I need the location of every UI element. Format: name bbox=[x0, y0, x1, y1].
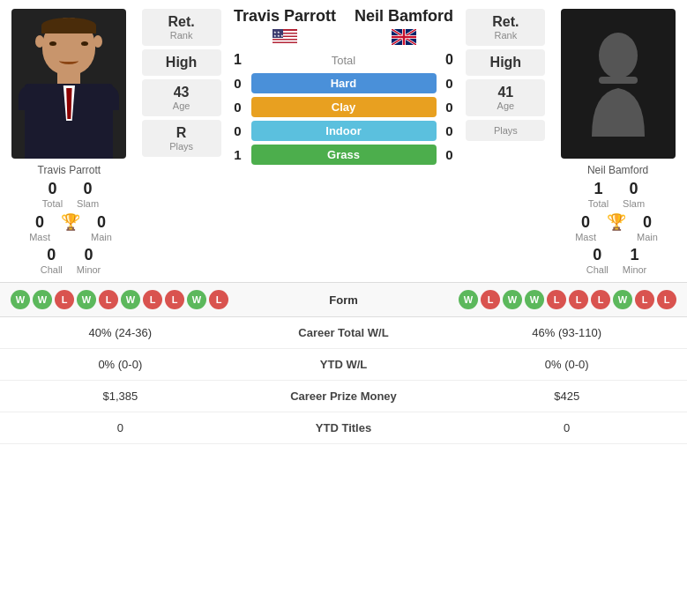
left-chall-val: 0 bbox=[41, 246, 63, 264]
left-name-header: Travis Parrott ★★★ bbox=[234, 7, 336, 45]
left-form-4: W bbox=[77, 290, 96, 309]
left-rank-block: Ret. Rank bbox=[142, 9, 221, 46]
center-match-area: Travis Parrott ★★★ bbox=[225, 0, 463, 176]
left-form-3: L bbox=[55, 290, 74, 309]
left-total-val: 0 bbox=[42, 180, 63, 198]
prize-money-row: $1,385 Career Prize Money $425 bbox=[0, 381, 687, 412]
player-names-row: Travis Parrott ★★★ bbox=[225, 0, 463, 50]
right-chall-minor-row: 0 Chall 1 Minor bbox=[586, 246, 647, 275]
left-age-label: Age bbox=[151, 100, 213, 111]
career-total-row: 40% (24-36) Career Total W/L 46% (93-110… bbox=[0, 317, 687, 349]
right-high-value: High bbox=[474, 55, 536, 71]
right-age-value: 41 bbox=[474, 85, 536, 100]
left-form-1: W bbox=[11, 290, 30, 309]
uk-flag-icon bbox=[392, 29, 416, 45]
left-flag: ★★★ ★★ bbox=[234, 29, 336, 45]
ytd-titles-left: 0 bbox=[0, 412, 241, 444]
right-player-photo bbox=[561, 9, 676, 159]
left-form-6: W bbox=[121, 290, 140, 309]
left-form-badges: W W L W L W L L W L bbox=[11, 290, 309, 309]
right-minor-cell: 1 Minor bbox=[623, 246, 647, 275]
ytd-wl-right: 0% (0-0) bbox=[446, 349, 687, 381]
right-mast-cell: 0 Mast bbox=[575, 213, 596, 242]
left-form-8: L bbox=[165, 290, 184, 309]
right-age-block: 41 Age bbox=[466, 79, 545, 116]
right-age-label: Age bbox=[474, 100, 536, 111]
right-form-6: L bbox=[569, 290, 588, 309]
indoor-badge: Indoor bbox=[251, 121, 437, 141]
svg-rect-19 bbox=[599, 77, 638, 84]
ytd-titles-label: YTD Titles bbox=[241, 412, 447, 444]
left-mast-val: 0 bbox=[29, 213, 50, 232]
left-rank-label: Rank bbox=[151, 30, 213, 41]
clay-row: 0 Clay 0 bbox=[225, 97, 463, 117]
left-age-block: 43 Age bbox=[142, 79, 221, 116]
left-player-photo-area: Travis Parrott bbox=[0, 0, 138, 176]
clay-right-score: 0 bbox=[437, 100, 463, 115]
career-total-label: Career Total W/L bbox=[241, 317, 447, 349]
career-stats-table: 40% (24-36) Career Total W/L 46% (93-110… bbox=[0, 317, 687, 444]
form-label: Form bbox=[309, 293, 379, 307]
right-rank-value: Ret. bbox=[474, 14, 536, 30]
career-total-right: 46% (93-110) bbox=[446, 317, 687, 349]
right-slam-lbl: Slam bbox=[623, 198, 645, 209]
left-total-cell: 0 Total bbox=[42, 180, 63, 209]
left-mast-lbl: Mast bbox=[29, 232, 50, 242]
left-minor-cell: 0 Minor bbox=[77, 246, 101, 275]
win-counts-area: 0 Total 0 Slam 0 Mast 🏆 0 Main bbox=[0, 176, 687, 283]
left-chall-lbl: Chall bbox=[41, 264, 63, 275]
left-slam-lbl: Slam bbox=[77, 198, 99, 209]
left-age-value: 43 bbox=[151, 85, 213, 100]
right-mast-main-row: 0 Mast 🏆 0 Main bbox=[575, 212, 658, 242]
surfaces-list: 0 Hard 0 0 Clay 0 0 Indoor 0 1 Grass bbox=[225, 73, 463, 165]
left-trophy-icon: 🏆 bbox=[57, 212, 84, 232]
right-total-val: 1 bbox=[588, 180, 609, 198]
left-slam-val: 0 bbox=[77, 180, 99, 198]
right-form-1: W bbox=[459, 290, 478, 309]
right-form-badges: W L W W L L L W L L bbox=[379, 290, 677, 309]
left-main-val: 0 bbox=[91, 213, 112, 232]
hard-left-score: 0 bbox=[225, 76, 251, 91]
left-form-7: L bbox=[143, 290, 162, 309]
right-high-block: High bbox=[466, 49, 545, 76]
right-plays-block: Plays bbox=[466, 120, 545, 141]
left-plays-block: R Plays bbox=[142, 120, 221, 157]
clay-badge: Clay bbox=[251, 97, 437, 117]
left-high-block: High bbox=[142, 49, 221, 76]
ytd-wl-row: 0% (0-0) YTD W/L 0% (0-0) bbox=[0, 349, 687, 381]
right-form-10: L bbox=[657, 290, 676, 309]
right-name-header: Neil Bamford bbox=[355, 7, 453, 45]
right-form-8: W bbox=[613, 290, 632, 309]
right-stats-panel: Ret. Rank High 41 Age Plays bbox=[463, 0, 549, 176]
right-form-2: L bbox=[481, 290, 500, 309]
left-form-5: L bbox=[99, 290, 118, 309]
right-form-7: L bbox=[591, 290, 610, 309]
right-main-lbl: Main bbox=[637, 232, 658, 242]
right-form-9: L bbox=[635, 290, 654, 309]
silhouette-icon bbox=[583, 31, 653, 137]
right-minor-lbl: Minor bbox=[623, 264, 647, 275]
right-form-4: W bbox=[525, 290, 544, 309]
right-trophy-icon: 🏆 bbox=[603, 212, 630, 232]
left-mast-main-row: 0 Mast 🏆 0 Main bbox=[29, 212, 112, 242]
left-chall-cell: 0 Chall bbox=[41, 246, 63, 275]
left-slam-cell: 0 Slam bbox=[77, 180, 99, 209]
prize-money-label: Career Prize Money bbox=[241, 381, 447, 412]
right-chall-val: 0 bbox=[586, 246, 609, 264]
right-main-cell: 0 Main bbox=[637, 213, 658, 242]
right-minor-val: 1 bbox=[623, 246, 647, 264]
right-rank-label: Rank bbox=[474, 30, 536, 41]
svg-rect-4 bbox=[273, 41, 297, 42]
left-stats-panel: Ret. Rank High 43 Age R Plays bbox=[138, 0, 225, 176]
hard-row: 0 Hard 0 bbox=[225, 73, 463, 93]
right-flag bbox=[355, 29, 453, 45]
grass-right-score: 0 bbox=[437, 147, 463, 162]
ytd-titles-right: 0 bbox=[446, 412, 687, 444]
career-total-left: 40% (24-36) bbox=[0, 317, 241, 349]
left-win-counts: 0 Total 0 Slam 0 Mast 🏆 0 Main bbox=[0, 180, 141, 275]
svg-text:★★: ★★ bbox=[273, 30, 280, 34]
left-plays-label: Plays bbox=[151, 141, 213, 152]
right-total-lbl: Total bbox=[588, 198, 609, 209]
usa-flag-icon: ★★★ ★★ bbox=[273, 29, 297, 45]
hard-right-score: 0 bbox=[437, 76, 463, 91]
